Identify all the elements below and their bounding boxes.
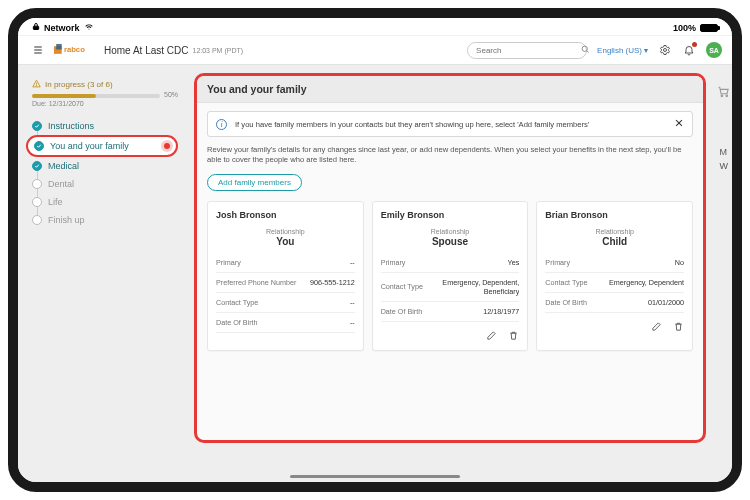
step-finish-up[interactable]: Finish up [32, 211, 178, 229]
svg-point-7 [582, 46, 587, 51]
relationship-value: Spouse [381, 236, 520, 247]
family-card-name: Emily Bronson [381, 210, 520, 220]
svg-text:rabco: rabco [64, 45, 85, 54]
field-value: Emergency, Dependent, Beneficiary [427, 278, 519, 296]
app-topbar: rabco Home At Last CDC 12:03 PM (PDT) En… [18, 36, 732, 65]
svg-point-12 [721, 95, 723, 97]
progress-label: In progress (3 of 6) [45, 80, 113, 89]
wifi-icon [84, 23, 94, 33]
field-value: -- [350, 298, 355, 307]
edit-icon[interactable] [485, 330, 497, 342]
avatar[interactable]: SA [706, 42, 722, 58]
field-label: Contact Type [545, 278, 587, 287]
svg-point-13 [726, 95, 728, 97]
bell-icon[interactable] [682, 43, 696, 57]
page-context-time: 12:03 PM (PDT) [192, 47, 243, 54]
battery-percent: 100% [673, 23, 696, 33]
field-label: Contact Type [381, 282, 423, 291]
svg-point-11 [36, 85, 37, 86]
tablet-frame: Network 100% rabco Home At Last CDC 12:0… [8, 8, 742, 492]
relationship-value: You [216, 236, 355, 247]
family-panel: You and your family i If you have family… [194, 73, 706, 443]
warning-icon [32, 79, 41, 90]
gear-icon[interactable] [658, 43, 672, 57]
chevron-down-icon: ▾ [644, 46, 648, 55]
svg-rect-5 [56, 44, 62, 50]
info-icon: i [216, 119, 227, 130]
lock-icon [32, 22, 40, 33]
relationship-label: Relationship [216, 228, 355, 235]
svg-rect-0 [33, 26, 38, 29]
progress-card: In progress (3 of 6) 50% Due: 12/31/2070 [32, 79, 178, 107]
relationship-value: Child [545, 236, 684, 247]
step-label: Life [48, 197, 63, 207]
progress-percent: 50% [164, 91, 178, 98]
field-label: Date Of Birth [216, 318, 258, 327]
svg-point-9 [664, 49, 667, 52]
field-label: Date Of Birth [545, 298, 587, 307]
language-label: English (US) [597, 46, 642, 55]
step-label: You and your family [50, 141, 129, 151]
brand-logo: rabco [54, 43, 98, 57]
step-medical[interactable]: Medical [32, 157, 178, 175]
field-value: 01/01/2000 [648, 298, 684, 307]
family-card-name: Brian Bronson [545, 210, 684, 220]
notification-badge [692, 42, 697, 47]
info-banner: i If you have family members in your con… [207, 111, 693, 137]
panel-title: You and your family [197, 76, 703, 103]
step-you-and-family[interactable]: You and your family [26, 135, 178, 157]
field-value: 12/18/1977 [483, 307, 519, 316]
field-value: Emergency, Dependent [609, 278, 684, 287]
field-value: -- [350, 318, 355, 327]
info-banner-text: If you have family members in your conta… [235, 120, 589, 129]
field-label: Contact Type [216, 298, 258, 307]
field-value: Yes [508, 258, 520, 267]
close-icon[interactable] [674, 118, 684, 130]
family-card: Brian Bronson Relationship Child Primary… [536, 201, 693, 351]
field-value: No [675, 258, 684, 267]
field-label: Date Of Birth [381, 307, 423, 316]
family-card-name: Josh Bronson [216, 210, 355, 220]
battery-icon [700, 24, 718, 32]
peek-letters: M W [720, 145, 729, 174]
delete-icon[interactable] [507, 330, 519, 342]
relationship-label: Relationship [381, 228, 520, 235]
progress-fill [32, 94, 96, 98]
cart-icon[interactable] [717, 85, 730, 100]
edit-icon[interactable] [650, 321, 662, 333]
main-area: M W You and your family i If you have fa… [188, 65, 732, 482]
step-instructions[interactable]: Instructions [32, 117, 178, 135]
field-label: Primary [381, 258, 406, 267]
search-box[interactable] [467, 42, 587, 59]
field-label: Primary [545, 258, 570, 267]
step-dental[interactable]: Dental [32, 175, 178, 193]
relationship-label: Relationship [545, 228, 684, 235]
field-value: 906-555-1212 [310, 278, 355, 287]
field-label: Preferred Phone Number [216, 278, 296, 287]
menu-icon[interactable] [28, 40, 48, 60]
field-value: -- [350, 258, 355, 267]
step-label: Medical [48, 161, 79, 171]
family-card: Emily Bronson Relationship Spouse Primar… [372, 201, 529, 351]
network-label: Network [44, 23, 80, 33]
step-label: Finish up [48, 215, 85, 225]
svg-line-8 [587, 50, 589, 52]
home-indicator [290, 475, 460, 478]
family-card: Josh Bronson Relationship You Primary-- … [207, 201, 364, 351]
panel-description: Review your family's details for any cha… [207, 145, 693, 166]
step-label: Instructions [48, 121, 94, 131]
progress-due: Due: 12/31/2070 [32, 100, 178, 107]
page-context-title: Home At Last CDC [104, 45, 188, 56]
sidebar: In progress (3 of 6) 50% Due: 12/31/2070… [18, 65, 188, 482]
device-status-bar: Network 100% [18, 18, 732, 35]
language-selector[interactable]: English (US) ▾ [597, 46, 648, 55]
search-icon[interactable] [581, 45, 590, 56]
field-label: Primary [216, 258, 241, 267]
add-family-button[interactable]: Add family members [207, 174, 302, 191]
brand-block: rabco [54, 43, 98, 57]
search-input[interactable] [476, 46, 581, 55]
step-label: Dental [48, 179, 74, 189]
step-list: Instructions You and your family Medical [32, 117, 178, 229]
delete-icon[interactable] [672, 321, 684, 333]
step-life[interactable]: Life [32, 193, 178, 211]
